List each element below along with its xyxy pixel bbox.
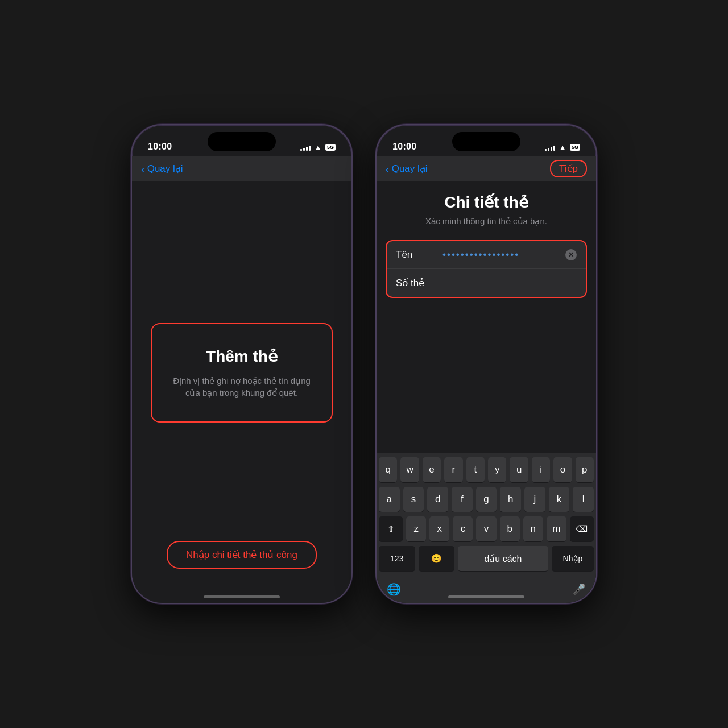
key-p[interactable]: p <box>576 457 594 482</box>
card-details-subtitle: Xác minh thông tin thẻ của bạn. <box>386 216 587 226</box>
card-number-row[interactable]: Số thẻ <box>387 269 586 297</box>
manual-entry-button[interactable]: Nhập chi tiết thẻ thủ công <box>167 541 317 569</box>
5g-badge-right: 5G <box>570 144 580 151</box>
keyboard: q w e r t y u i o p a s d f g h j k <box>377 453 596 603</box>
back-label-right: Quay lại <box>392 163 428 175</box>
globe-key[interactable]: 🌐 <box>381 577 406 602</box>
key-y[interactable]: y <box>488 457 506 482</box>
key-i[interactable]: i <box>532 457 550 482</box>
home-indicator-left <box>204 595 280 598</box>
key-v[interactable]: v <box>476 516 496 541</box>
key-c[interactable]: c <box>453 516 473 541</box>
keyboard-row-3: ⇧ z x c v b n m ⌫ <box>379 516 594 541</box>
add-card-screen: Thêm thẻ Định vị thẻ ghi nợ hoặc thẻ tín… <box>132 181 351 603</box>
key-u[interactable]: u <box>510 457 528 482</box>
screen-left: Thêm thẻ Định vị thẻ ghi nợ hoặc thẻ tín… <box>132 181 351 603</box>
keyboard-row-1: q w e r t y u i o p <box>379 457 594 482</box>
status-time-right: 10:00 <box>392 142 416 152</box>
key-l[interactable]: l <box>573 487 594 512</box>
nav-bar-right: ‹ Quay lại Tiếp <box>377 156 596 181</box>
back-button-left[interactable]: ‹ Quay lại <box>141 163 183 175</box>
clear-name-button[interactable]: ✕ <box>565 249 577 260</box>
signal-icon-left <box>300 144 311 151</box>
shift-key[interactable]: ⇧ <box>379 516 403 541</box>
key-h[interactable]: h <box>500 487 521 512</box>
return-key[interactable]: Nhập <box>552 546 594 571</box>
dynamic-island-left <box>208 132 276 151</box>
back-chevron-left: ‹ <box>141 163 145 175</box>
status-icons-right: ▲ 5G <box>545 143 580 152</box>
screen-right: Chi tiết thẻ Xác minh thông tin thẻ của … <box>377 181 596 603</box>
status-icons-left: ▲ 5G <box>300 143 336 152</box>
home-indicator-right <box>448 595 524 598</box>
space-key[interactable]: dấu cách <box>458 546 548 571</box>
next-button[interactable]: Tiếp <box>550 160 587 177</box>
key-w[interactable]: w <box>400 457 419 482</box>
signal-icon-right <box>545 144 555 151</box>
keyboard-row-2: a s d f g h j k l <box>379 487 594 512</box>
back-chevron-right: ‹ <box>386 163 390 175</box>
wifi-icon-right: ▲ <box>559 143 566 152</box>
emoji-key[interactable]: 😊 <box>419 546 455 571</box>
nav-bar-left: ‹ Quay lại <box>132 156 351 181</box>
back-button-right[interactable]: ‹ Quay lại <box>386 163 428 175</box>
card-details-screen: Chi tiết thẻ Xác minh thông tin thẻ của … <box>377 181 596 298</box>
name-row[interactable]: Tên ••••••••••••••••• ✕ <box>387 241 586 269</box>
key-r[interactable]: r <box>444 457 462 482</box>
key-a[interactable]: a <box>379 487 400 512</box>
key-z[interactable]: z <box>406 516 426 541</box>
dynamic-island-right <box>452 132 520 151</box>
delete-key[interactable]: ⌫ <box>570 516 594 541</box>
status-time-left: 10:00 <box>148 142 172 152</box>
key-x[interactable]: x <box>429 516 449 541</box>
back-label-left: Quay lại <box>147 163 183 175</box>
key-d[interactable]: d <box>427 487 448 512</box>
card-form-group: Tên ••••••••••••••••• ✕ Số thẻ <box>386 240 587 298</box>
key-e[interactable]: e <box>423 457 441 482</box>
keyboard-row-4: 123 😊 dấu cách Nhập <box>379 546 594 571</box>
key-j[interactable]: j <box>524 487 545 512</box>
5g-badge-left: 5G <box>325 144 336 151</box>
wifi-icon-left: ▲ <box>314 143 322 152</box>
add-card-title: Thêm thẻ <box>170 347 313 366</box>
key-g[interactable]: g <box>476 487 497 512</box>
add-card-description: Định vị thẻ ghi nợ hoặc thẻ tín dụng của… <box>170 375 313 399</box>
add-card-box: Thêm thẻ Định vị thẻ ghi nợ hoặc thẻ tín… <box>151 323 333 423</box>
key-o[interactable]: o <box>553 457 572 482</box>
mic-key[interactable]: 🎤 <box>566 577 592 602</box>
card-number-label: Số thẻ <box>396 277 436 289</box>
key-s[interactable]: s <box>403 487 424 512</box>
key-b[interactable]: b <box>500 516 520 541</box>
numbers-key[interactable]: 123 <box>379 546 415 571</box>
name-label: Tên <box>396 249 436 260</box>
key-q[interactable]: q <box>379 457 397 482</box>
left-phone: 10:00 ▲ 5G ‹ Quay lại Thêm thẻ Định vị t… <box>131 124 353 604</box>
key-m[interactable]: m <box>547 516 566 541</box>
key-f[interactable]: f <box>452 487 473 512</box>
right-phone: 10:00 ▲ 5G ‹ Quay lại Tiếp Chi tiết thẻ … <box>375 124 597 604</box>
name-value: ••••••••••••••••• <box>442 249 565 260</box>
card-details-title: Chi tiết thẻ <box>386 193 587 212</box>
add-card-main: Thêm thẻ Định vị thẻ ghi nợ hoặc thẻ tín… <box>151 204 333 541</box>
key-t[interactable]: t <box>466 457 485 482</box>
key-n[interactable]: n <box>523 516 543 541</box>
key-k[interactable]: k <box>549 487 570 512</box>
